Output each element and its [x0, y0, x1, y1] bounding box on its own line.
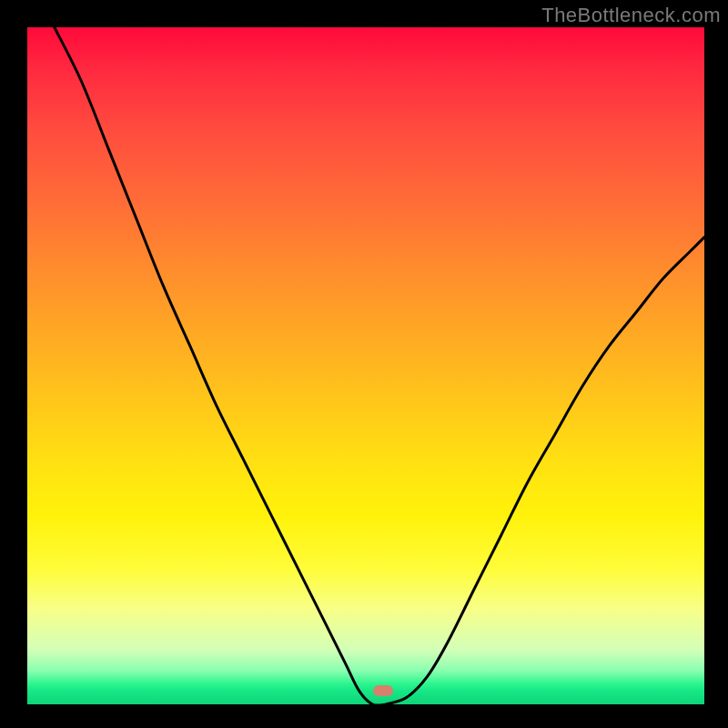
watermark-text: TheBottleneck.com — [541, 4, 721, 27]
curve-svg — [27, 27, 704, 704]
bottleneck-curve — [55, 27, 704, 704]
chart-frame: TheBottleneck.com — [0, 0, 728, 728]
plot-area — [27, 27, 704, 704]
